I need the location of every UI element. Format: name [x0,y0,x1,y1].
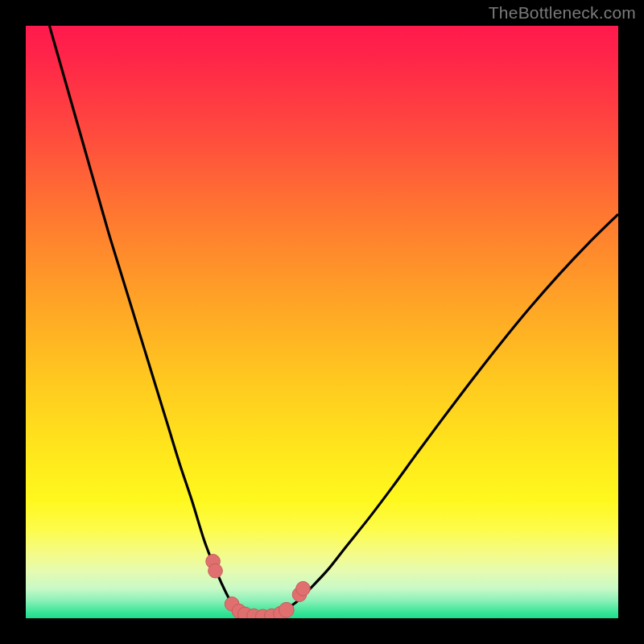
bottleneck-curve [49,26,618,617]
data-point-marker [208,564,223,578]
plot-area [26,26,618,618]
watermark-text: TheBottleneck.com [489,3,636,23]
data-point-marker [296,581,311,596]
data-point-marker [279,602,294,617]
chart-svg [26,26,618,618]
curves-group [49,26,618,617]
chart-frame: TheBottleneck.com [0,0,644,644]
